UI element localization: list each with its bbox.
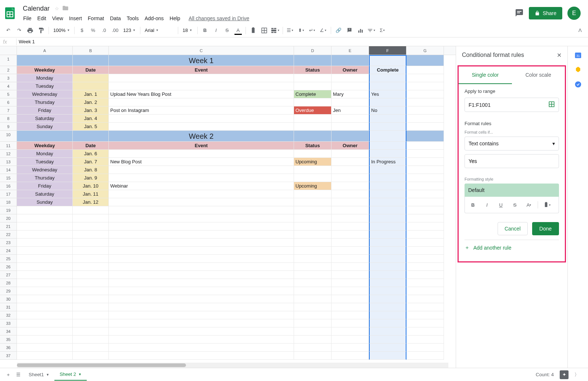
cell[interactable] [406,74,444,82]
comments-icon[interactable] [515,8,524,18]
cell[interactable]: Sunday [17,123,73,131]
cell[interactable] [294,82,331,90]
cell[interactable]: Thursday [17,98,73,106]
cell[interactable] [294,55,331,66]
row-header[interactable]: 35 [0,335,17,344]
cell[interactable] [294,123,331,131]
cell[interactable] [109,247,294,255]
cell[interactable] [109,255,294,263]
explore-icon[interactable]: ✦ [560,370,569,379]
cell[interactable] [369,198,406,206]
italic-icon[interactable]: I [211,25,221,36]
cell[interactable] [294,98,331,106]
col-header-F[interactable]: F [369,46,406,55]
cell[interactable] [406,142,444,150]
cell[interactable]: Jan. 1 [73,90,109,98]
cell[interactable]: Owner [331,66,369,74]
cell[interactable] [406,344,444,352]
cell[interactable] [369,206,406,214]
cell[interactable] [331,115,369,123]
cell[interactable] [369,131,406,142]
row-header[interactable]: 22 [0,231,17,239]
cell[interactable] [109,239,294,247]
save-status[interactable]: All changes saved in Drive [189,15,249,21]
wrap-icon[interactable]: ↵▼ [307,25,318,36]
cell[interactable] [73,271,109,279]
row-header[interactable]: 29 [0,287,17,295]
percent-icon[interactable]: % [88,25,98,36]
cell[interactable] [331,344,369,352]
cell[interactable] [294,255,331,263]
col-header-C[interactable]: C [109,46,294,55]
col-header-G[interactable]: G [406,46,444,55]
cell[interactable] [109,150,294,158]
cell[interactable] [109,190,294,198]
cell[interactable] [331,150,369,158]
cell[interactable] [294,74,331,82]
cell[interactable] [109,263,294,271]
cell[interactable]: Tuesday [17,82,73,90]
cell[interactable] [17,335,73,344]
cell[interactable]: Week 2 [109,131,294,142]
cell[interactable] [73,74,109,82]
cell[interactable]: Upload New Years Blog Post [109,90,294,98]
cell[interactable] [369,98,406,106]
fill-color-icon[interactable] [248,25,258,36]
cell[interactable] [109,115,294,123]
cell[interactable] [294,131,331,142]
cell[interactable] [73,319,109,327]
cell[interactable] [109,166,294,174]
cell[interactable] [406,90,444,98]
cell[interactable] [331,335,369,344]
cell[interactable] [369,319,406,327]
menu-view[interactable]: View [50,14,66,23]
select-all-corner[interactable] [0,46,17,55]
folder-icon[interactable] [62,5,69,12]
cell[interactable] [109,214,294,222]
cell[interactable] [369,142,406,150]
cell[interactable] [369,150,406,158]
cell[interactable] [331,98,369,106]
cell[interactable] [109,271,294,279]
cell[interactable]: Jan. 6 [73,150,109,158]
cell[interactable] [406,206,444,214]
row-header[interactable]: 26 [0,263,17,271]
cell[interactable] [73,206,109,214]
cell[interactable] [369,182,406,190]
cell[interactable] [17,303,73,311]
cancel-button[interactable]: Cancel [498,222,528,235]
row-header[interactable]: 8 [0,115,17,123]
cell[interactable] [369,352,406,360]
row-header[interactable]: 2 [0,66,17,74]
cell[interactable] [331,295,369,303]
cell[interactable] [294,263,331,271]
cell[interactable] [294,247,331,255]
strikethrough-icon[interactable]: S [222,25,232,36]
cell[interactable] [73,263,109,271]
cell[interactable]: Mary [331,90,369,98]
cell[interactable] [331,158,369,166]
cell[interactable] [17,287,73,295]
menu-edit[interactable]: Edit [35,14,49,23]
expand-rail-icon[interactable]: 〉 [574,371,579,378]
cell[interactable] [331,327,369,335]
currency-icon[interactable]: $ [77,25,87,36]
cell[interactable] [73,279,109,287]
cell[interactable] [17,206,73,214]
cell[interactable] [294,166,331,174]
cell[interactable] [73,335,109,344]
cell[interactable]: Jan. 5 [73,123,109,131]
horizontal-scrollbar[interactable] [17,363,448,368]
cell[interactable] [369,55,406,66]
cell[interactable]: Saturday [17,115,73,123]
cell[interactable] [17,327,73,335]
row-header[interactable]: 34 [0,327,17,335]
collapse-toolbar-icon[interactable]: ᐱ [575,25,585,36]
calendar-addon-icon[interactable]: 31 [574,51,582,59]
menu-data[interactable]: Data [107,14,123,23]
menu-tools[interactable]: Tools [124,14,141,23]
cell[interactable] [406,303,444,311]
sheets-logo[interactable] [3,6,18,21]
cell[interactable] [109,319,294,327]
chart-icon[interactable] [355,25,366,36]
